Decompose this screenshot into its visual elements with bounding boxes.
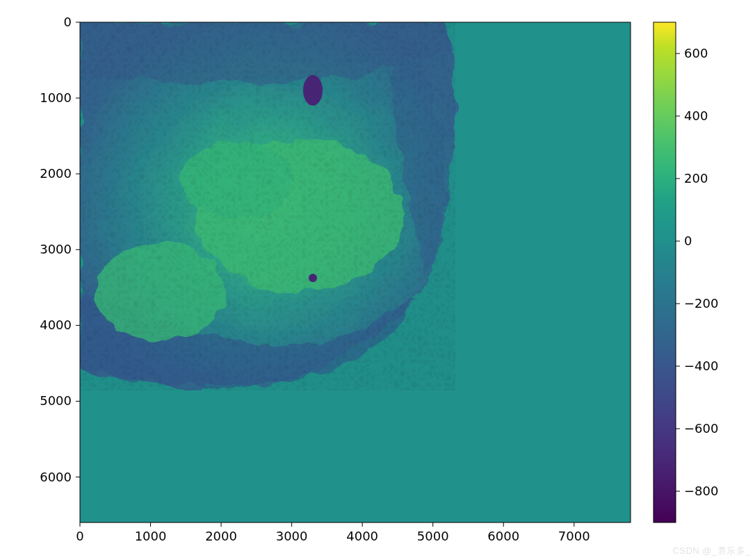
x-tick-label: 4000 xyxy=(346,529,378,543)
y-tick-label: 0 xyxy=(64,15,72,29)
y-tick-label: 5000 xyxy=(40,393,72,408)
x-tick-label: 1000 xyxy=(135,529,167,543)
colorbar-tick-label: 0 xyxy=(684,233,692,248)
colorbar-tick-label: −200 xyxy=(684,296,718,311)
colorbar-gradient xyxy=(653,22,676,522)
colorbar-tick-label: −400 xyxy=(684,359,718,373)
colorbar-tick-label: 200 xyxy=(684,171,708,186)
dark-lake-spot xyxy=(303,75,323,106)
x-tick-label: 7000 xyxy=(558,529,590,543)
dark-spot-2 xyxy=(309,274,317,282)
colorbar-tick-label: −800 xyxy=(684,484,718,498)
x-tick-label: 3000 xyxy=(276,529,308,543)
y-tick-label: 4000 xyxy=(40,318,72,332)
y-axis: 0100020003000400050006000 xyxy=(40,15,80,484)
x-tick-label: 2000 xyxy=(205,529,237,543)
watermark: CSDN @_养乐多_ xyxy=(672,545,751,557)
y-tick-label: 3000 xyxy=(40,242,72,256)
x-tick-label: 6000 xyxy=(487,529,519,543)
x-axis: 01000200030004000500060007000 xyxy=(76,522,590,543)
x-tick-label: 0 xyxy=(76,529,83,543)
x-tick-label: 5000 xyxy=(417,529,449,543)
y-tick-label: 2000 xyxy=(40,166,72,181)
figure: 01000200030004000500060007000 0100020003… xyxy=(0,0,755,560)
colorbar-tick-label: −600 xyxy=(684,421,718,436)
colorbar: −800−600−400−2000200400600 xyxy=(653,22,718,522)
colorbar-tick-label: 600 xyxy=(684,46,708,60)
colorbar-tick-label: 400 xyxy=(684,108,708,123)
y-tick-label: 1000 xyxy=(40,90,72,105)
heatmap-plot xyxy=(80,22,631,522)
y-tick-label: 6000 xyxy=(40,470,72,484)
svg-rect-4 xyxy=(80,22,455,390)
